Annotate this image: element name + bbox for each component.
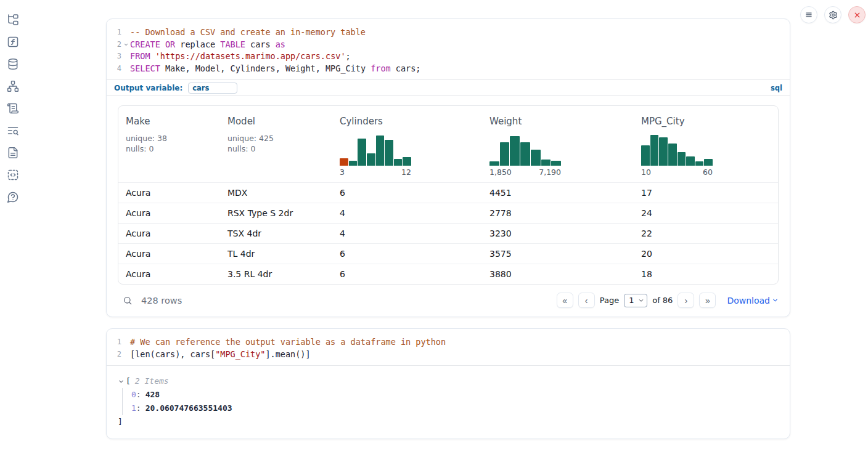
code-text: CREATE OR replace TABLE cars as xyxy=(130,39,790,51)
sql-cell: 1-- Download a CSV and create an in-memo… xyxy=(106,18,790,317)
database-icon[interactable] xyxy=(7,58,20,70)
histogram-bar[interactable] xyxy=(358,139,366,166)
tree-entry-key: 1 xyxy=(131,402,136,415)
table-cell: 3.5 RL 4dr xyxy=(220,264,332,284)
histogram-bar[interactable] xyxy=(489,161,499,166)
settings-gear-icon xyxy=(829,10,838,20)
chevron-down-icon xyxy=(772,297,779,304)
table-cell: RSX Type S 2dr xyxy=(220,203,332,223)
histogram-bar[interactable] xyxy=(394,159,403,166)
histogram-bar[interactable] xyxy=(510,136,520,166)
histogram-bar[interactable] xyxy=(385,140,393,166)
histogram-bar[interactable] xyxy=(340,158,348,166)
search-button[interactable] xyxy=(123,296,133,305)
histogram-bar[interactable] xyxy=(520,142,530,166)
table-cell: 24 xyxy=(634,203,660,223)
prev-page-button[interactable]: ‹ xyxy=(578,293,595,308)
table-cell: 17 xyxy=(634,183,660,203)
row-count: 428 rows xyxy=(141,296,182,305)
tree-entry[interactable]: 1:20.060747663551403 xyxy=(131,402,779,415)
histogram-bar[interactable] xyxy=(668,144,677,166)
histogram-bar[interactable] xyxy=(551,161,561,166)
code-line[interactable]: 2[len(cars), cars["MPG_City"].mean()] xyxy=(107,349,790,361)
first-page-button[interactable]: « xyxy=(557,293,573,308)
tree-open-bracket: [ xyxy=(126,374,131,388)
download-button[interactable]: Download xyxy=(727,296,779,305)
activity-sidebar xyxy=(0,0,27,449)
output-variable-input[interactable] xyxy=(188,83,237,94)
histogram-bar[interactable] xyxy=(500,142,510,166)
python-output: [ 2 Items 0:4281:20.060747663551403 ] xyxy=(107,366,790,439)
table-cell: 3880 xyxy=(482,264,634,284)
histogram-bar[interactable] xyxy=(541,160,551,166)
sql-editor[interactable]: 1-- Download a CSV and create an in-memo… xyxy=(107,19,790,79)
histogram-bar[interactable] xyxy=(376,136,385,166)
page-label: Page xyxy=(600,296,619,305)
code-line[interactable]: 3FROM 'https://datasets.marimo.app/cars.… xyxy=(107,51,790,63)
line-number: 3 xyxy=(107,51,121,63)
column-header-cylinders[interactable]: Cylinders312 xyxy=(332,106,482,182)
code-line[interactable]: 1-- Download a CSV and create an in-memo… xyxy=(107,26,790,39)
file-tree-icon[interactable] xyxy=(7,14,20,26)
menu-icon xyxy=(805,10,813,19)
last-page-button[interactable]: » xyxy=(699,293,716,308)
histogram-bar[interactable] xyxy=(531,150,541,166)
settings-button[interactable] xyxy=(824,6,841,23)
column-histogram xyxy=(641,135,713,166)
close-button[interactable] xyxy=(848,6,866,23)
python-cell: 1# We can reference the output variable … xyxy=(106,328,790,439)
table-row[interactable]: AcuraRSX Type S 2dr4277824 xyxy=(118,203,778,223)
search-icon xyxy=(123,296,133,305)
dependency-graph-icon[interactable] xyxy=(7,80,20,92)
table-cell: 22 xyxy=(634,224,660,243)
column-histogram xyxy=(489,135,561,166)
histogram-bar[interactable] xyxy=(349,161,358,166)
code-line[interactable]: 1# We can reference the output variable … xyxy=(107,336,790,349)
tree-entry[interactable]: 0:428 xyxy=(131,388,779,402)
histogram-bar[interactable] xyxy=(367,153,375,166)
fold-spacer xyxy=(121,336,130,349)
page-select[interactable]: 1 xyxy=(624,294,647,307)
histogram-bar[interactable] xyxy=(686,156,695,166)
histogram-max-label: 60 xyxy=(703,168,713,177)
histogram-bar[interactable] xyxy=(678,152,686,166)
scratchpad-search-icon[interactable] xyxy=(7,124,20,137)
code-text: FROM 'https://datasets.marimo.app/cars.c… xyxy=(130,51,790,63)
histogram-bar[interactable] xyxy=(659,137,668,166)
table-cell: 3230 xyxy=(482,224,634,243)
python-editor[interactable]: 1# We can reference the output variable … xyxy=(107,329,790,366)
code-line[interactable]: 4SELECT Make, Model, Cylinders, Weight, … xyxy=(107,63,790,75)
histogram-bar[interactable] xyxy=(641,145,650,166)
histogram-bar[interactable] xyxy=(403,157,411,166)
table-row[interactable]: AcuraTSX 4dr4323022 xyxy=(118,223,778,243)
column-header-mpg_city[interactable]: MPG_City1060 xyxy=(634,106,778,182)
language-badge[interactable]: sql xyxy=(771,84,782,92)
snippets-code-icon[interactable] xyxy=(7,169,20,181)
column-header-weight[interactable]: Weight1,8507,190 xyxy=(482,106,634,182)
table-cell: MDX xyxy=(220,183,332,203)
page-total-label: of 86 xyxy=(652,296,673,305)
table-cell: Acura xyxy=(118,264,220,284)
fold-spacer xyxy=(121,51,130,63)
logs-scroll-icon[interactable] xyxy=(7,102,20,115)
tree-collapse-icon[interactable] xyxy=(118,378,125,385)
table-body: AcuraMDX6445117AcuraRSX Type S 2dr427782… xyxy=(118,182,778,284)
table-row[interactable]: Acura3.5 RL 4dr6388018 xyxy=(118,264,778,284)
close-x-icon xyxy=(853,11,861,19)
next-page-button[interactable]: › xyxy=(678,293,694,308)
histogram-bar[interactable] xyxy=(704,159,713,166)
histogram-bar[interactable] xyxy=(695,161,704,166)
documentation-icon[interactable] xyxy=(7,147,20,159)
help-chat-icon[interactable] xyxy=(7,191,20,203)
table-row[interactable]: AcuraTL 4dr6357520 xyxy=(118,243,778,264)
column-name: Weight xyxy=(489,116,626,127)
menu-button[interactable] xyxy=(800,6,817,23)
fold-chevron-icon[interactable] xyxy=(121,39,130,51)
column-header-model[interactable]: Modelunique: 425nulls: 0 xyxy=(220,106,332,182)
code-line[interactable]: 2CREATE OR replace TABLE cars as xyxy=(107,39,790,51)
histogram-bar[interactable] xyxy=(650,135,659,166)
table-row[interactable]: AcuraMDX6445117 xyxy=(118,182,778,203)
function-icon[interactable] xyxy=(7,36,20,48)
column-header-make[interactable]: Makeunique: 38nulls: 0 xyxy=(118,106,220,182)
column-name: Cylinders xyxy=(340,116,475,127)
